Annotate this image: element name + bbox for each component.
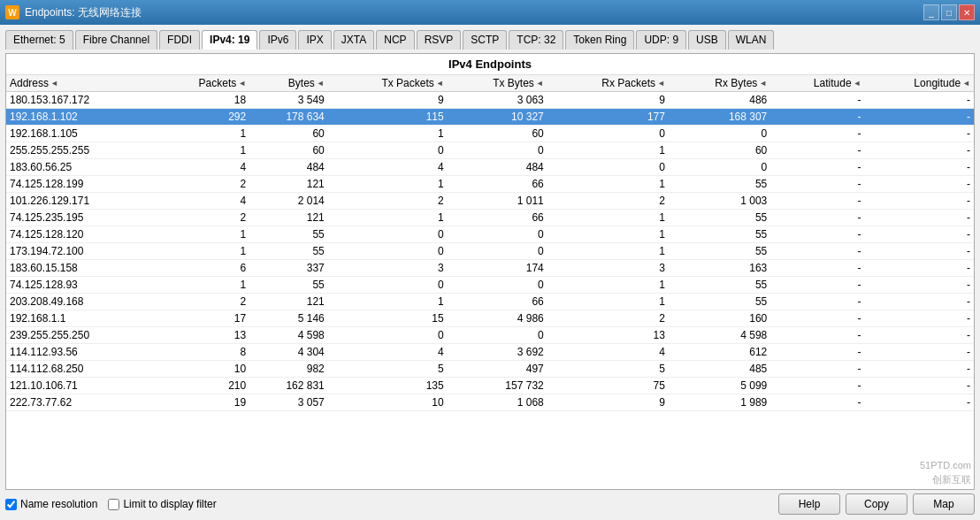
- cell-1: 18: [156, 92, 249, 109]
- tab-ncp[interactable]: NCP: [376, 30, 414, 50]
- cell-8: -: [864, 210, 974, 226]
- tab-udp--9[interactable]: UDP: 9: [636, 30, 686, 50]
- table-row[interactable]: 192.168.1.102292178 63411510 327177168 3…: [6, 109, 974, 126]
- cell-4: 1 011: [448, 193, 547, 210]
- maximize-button[interactable]: □: [941, 4, 957, 20]
- cell-4: 174: [448, 260, 547, 277]
- cell-6: 55: [669, 294, 770, 310]
- cell-1: 1: [156, 142, 249, 159]
- cell-3: 0: [328, 277, 448, 294]
- table-row[interactable]: 239.255.255.250134 59800134 598--: [6, 327, 974, 344]
- table-row[interactable]: 74.125.128.9315500155--: [6, 277, 974, 294]
- col-header-latitude[interactable]: Latitude◄: [770, 75, 864, 92]
- cell-7: -: [770, 277, 864, 294]
- table-row[interactable]: 255.255.255.25516000160--: [6, 142, 974, 159]
- cell-5: 75: [547, 378, 669, 394]
- cell-7: -: [770, 378, 864, 394]
- col-header-rx-bytes[interactable]: Rx Bytes◄: [669, 75, 770, 92]
- cell-5: 2: [547, 193, 669, 210]
- cell-3: 1: [328, 294, 448, 310]
- limit-filter-label[interactable]: Limit to display filter: [108, 498, 216, 510]
- cell-0: 239.255.255.250: [6, 327, 156, 344]
- col-header-address[interactable]: Address◄: [6, 75, 156, 92]
- cell-7: -: [770, 142, 864, 159]
- cell-0: 192.168.1.105: [6, 126, 156, 142]
- tab-jxta[interactable]: JXTA: [333, 30, 374, 50]
- content-area: IPv4 Endpoints Address◄Packets◄Bytes◄Tx …: [5, 53, 975, 490]
- copy-button[interactable]: Copy: [846, 493, 907, 515]
- close-button[interactable]: ✕: [959, 4, 975, 20]
- table-row[interactable]: 192.168.1.10516016000--: [6, 126, 974, 142]
- tab-fibre-channel[interactable]: Fibre Channel: [75, 30, 157, 50]
- cell-0: 180.153.167.172: [6, 92, 156, 109]
- table-row[interactable]: 173.194.72.10015500155--: [6, 243, 974, 260]
- cell-2: 60: [249, 126, 328, 142]
- col-header-rx-packets[interactable]: Rx Packets◄: [547, 75, 669, 92]
- map-button[interactable]: Map: [913, 493, 975, 515]
- cell-0: 74.125.235.195: [6, 210, 156, 226]
- table-row[interactable]: 180.153.167.172183 54993 0639486--: [6, 92, 974, 109]
- cell-0: 192.168.1.102: [6, 109, 156, 126]
- cell-8: -: [864, 327, 974, 344]
- tab-ipv6[interactable]: IPv6: [259, 30, 296, 50]
- cell-2: 337: [249, 260, 328, 277]
- table-row[interactable]: 183.60.56.254484448400--: [6, 159, 974, 176]
- cell-0: 222.73.77.62: [6, 394, 156, 411]
- table-row[interactable]: 183.60.15.158633731743163--: [6, 260, 974, 277]
- cell-4: 66: [448, 210, 547, 226]
- col-header-longitude[interactable]: Longitude◄: [864, 75, 974, 92]
- table-row[interactable]: 121.10.106.71210162 831135157 732755 099…: [6, 378, 974, 394]
- name-resolution-checkbox[interactable]: [5, 499, 17, 510]
- table-row[interactable]: 222.73.77.62193 057101 06891 989--: [6, 394, 974, 411]
- tab-tcp--32[interactable]: TCP: 32: [509, 30, 563, 50]
- limit-filter-checkbox[interactable]: [108, 499, 119, 510]
- table-row[interactable]: 114.112.93.5684 30443 6924612--: [6, 344, 974, 361]
- tab-token-ring[interactable]: Token Ring: [565, 30, 634, 50]
- limit-filter-text: Limit to display filter: [123, 498, 216, 510]
- cell-4: 10 327: [448, 109, 547, 126]
- table-row[interactable]: 74.125.128.12015500155--: [6, 226, 974, 243]
- cell-2: 121: [249, 210, 328, 226]
- table-row[interactable]: 203.208.49.1682121166155--: [6, 294, 974, 310]
- table-row[interactable]: 101.226.129.17142 01421 01121 003--: [6, 193, 974, 210]
- help-button[interactable]: Help: [778, 493, 840, 515]
- col-header-tx-bytes[interactable]: Tx Bytes◄: [448, 75, 547, 92]
- cell-2: 121: [249, 294, 328, 310]
- cell-8: -: [864, 310, 974, 327]
- tab-usb[interactable]: USB: [688, 30, 726, 50]
- col-header-bytes[interactable]: Bytes◄: [249, 75, 328, 92]
- tab-rsvp[interactable]: RSVP: [417, 30, 462, 50]
- cell-2: 4 598: [249, 327, 328, 344]
- cell-5: 1: [547, 243, 669, 260]
- cell-2: 55: [249, 277, 328, 294]
- cell-0: 183.60.15.158: [6, 260, 156, 277]
- table-container[interactable]: Address◄Packets◄Bytes◄Tx Packets◄Tx Byte…: [6, 75, 974, 489]
- cell-1: 4: [156, 159, 249, 176]
- tab-sctp[interactable]: SCTP: [463, 30, 507, 50]
- table-row[interactable]: 192.168.1.1175 146154 9862160--: [6, 310, 974, 327]
- cell-2: 55: [249, 243, 328, 260]
- cell-2: 484: [249, 159, 328, 176]
- cell-3: 4: [328, 159, 448, 176]
- table-row[interactable]: 114.112.68.2501098254975485--: [6, 361, 974, 378]
- name-resolution-label[interactable]: Name resolution: [5, 498, 97, 510]
- tab-ipx[interactable]: IPX: [298, 30, 331, 50]
- cell-5: 0: [547, 159, 669, 176]
- table-row[interactable]: 74.125.128.1992121166155--: [6, 176, 974, 193]
- tab-ethernet--5[interactable]: Ethernet: 5: [5, 30, 73, 50]
- cell-5: 9: [547, 92, 669, 109]
- col-header-packets[interactable]: Packets◄: [156, 75, 249, 92]
- tab-wlan[interactable]: WLAN: [728, 30, 775, 50]
- minimize-button[interactable]: _: [923, 4, 939, 20]
- table-row[interactable]: 74.125.235.1952121166155--: [6, 210, 974, 226]
- tab-ipv4--19[interactable]: IPv4: 19: [202, 30, 257, 50]
- cell-1: 1: [156, 243, 249, 260]
- window-controls[interactable]: _ □ ✕: [923, 4, 975, 20]
- cell-2: 5 146: [249, 310, 328, 327]
- window-title: Endpoints: 无线网络连接: [25, 5, 142, 20]
- cell-4: 0: [448, 243, 547, 260]
- cell-6: 160: [669, 310, 770, 327]
- tab-fddi[interactable]: FDDI: [159, 30, 200, 50]
- col-header-tx-packets[interactable]: Tx Packets◄: [328, 75, 448, 92]
- cell-3: 9: [328, 92, 448, 109]
